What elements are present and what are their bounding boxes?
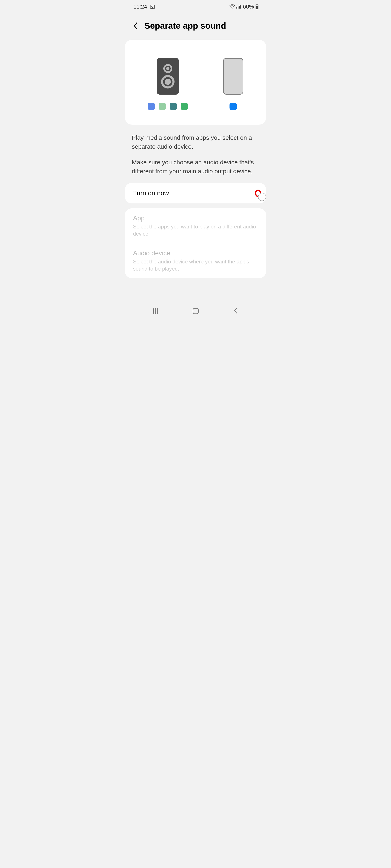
- description-line-2: Make sure you choose an audio device tha…: [132, 158, 259, 176]
- svg-rect-2: [238, 6, 239, 8]
- app-dot: [148, 103, 155, 110]
- app-dot: [180, 103, 188, 110]
- wifi-icon: [229, 4, 235, 10]
- app-dot: [159, 103, 166, 110]
- description-block: Play media sound from apps you select on…: [123, 125, 268, 183]
- page-title: Separate app sound: [144, 21, 226, 31]
- option-app-title: App: [133, 214, 258, 222]
- picture-icon: [150, 5, 155, 9]
- switch-knob: [258, 193, 266, 201]
- system-nav-bar: [123, 302, 268, 319]
- page-header: Separate app sound: [123, 12, 268, 40]
- signal-icon: [236, 4, 241, 10]
- battery-icon: [256, 4, 258, 9]
- svg-rect-1: [236, 7, 237, 8]
- options-card: App Select the apps you want to play on …: [125, 208, 266, 278]
- option-audio-device-title: Audio device: [133, 249, 258, 257]
- option-app[interactable]: App Select the apps you want to play on …: [133, 208, 258, 243]
- description-line-1: Play media sound from apps you select on…: [132, 133, 259, 151]
- annotation-highlight: [255, 190, 261, 197]
- status-time: 11:24: [133, 4, 147, 10]
- speaker-icon: [157, 58, 179, 95]
- nav-recent-button[interactable]: [153, 308, 158, 314]
- app-dot: [229, 103, 237, 110]
- turn-on-row[interactable]: Turn on now: [125, 183, 266, 204]
- back-button[interactable]: [133, 22, 139, 30]
- speaker-app-dots: [148, 103, 188, 110]
- phone-column: [223, 58, 243, 110]
- svg-rect-4: [240, 5, 241, 8]
- status-bar-right: 60%: [229, 4, 258, 10]
- option-audio-device-subtitle: Select the audio device where you want t…: [133, 258, 258, 272]
- option-audio-device[interactable]: Audio device Select the audio device whe…: [133, 243, 258, 278]
- status-bar: 11:24 60%: [123, 0, 268, 12]
- speaker-column: [148, 58, 188, 110]
- nav-home-button[interactable]: [193, 308, 199, 314]
- illustration-card: [125, 40, 266, 125]
- turn-on-label: Turn on now: [133, 189, 169, 197]
- battery-text: 60%: [243, 4, 254, 10]
- phone-icon: [223, 58, 243, 95]
- app-dot: [170, 103, 177, 110]
- svg-point-0: [232, 8, 232, 8]
- settings-screen: 11:24 60% Separate app sound: [123, 0, 268, 319]
- status-bar-left: 11:24: [133, 4, 155, 10]
- option-app-subtitle: Select the apps you want to play on a di…: [133, 223, 258, 238]
- svg-rect-3: [239, 6, 240, 8]
- phone-app-dots: [229, 103, 237, 110]
- nav-back-button[interactable]: [233, 308, 238, 314]
